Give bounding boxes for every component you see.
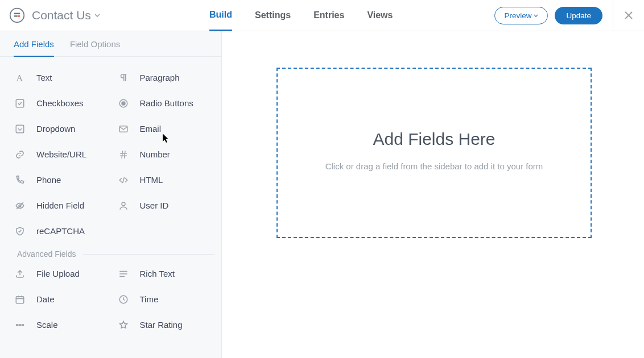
calendar-icon [14,293,26,306]
field-type-dropdown[interactable]: Dropdown [14,116,112,141]
field-label: Hidden Field [36,201,84,210]
field-type-recaptcha[interactable]: reCAPTCHA [14,218,112,244]
sidebar: Add Fields Field Options A Text Paragrap… [0,31,222,358]
eye-off-icon [14,199,26,212]
field-label: Text [36,73,52,82]
field-type-number[interactable]: Number [117,141,215,167]
star-icon [117,319,130,331]
svg-point-16 [22,324,23,325]
tab-views[interactable]: Views [367,0,393,31]
dropzone[interactable]: Add Fields Here Click or drag a field fr… [276,68,592,238]
field-label: Date [36,294,55,304]
svg-rect-8 [16,125,24,133]
button-label: Update [566,11,591,20]
close-button[interactable] [613,1,644,30]
app-body: Add Fields Field Options A Text Paragrap… [0,31,644,358]
field-type-html[interactable]: HTML [117,167,215,193]
sidebar-tab-field-options[interactable]: Field Options [70,39,120,56]
form-title: Contact Us [32,9,91,22]
field-label: HTML [140,175,163,185]
divider [83,254,214,255]
svg-rect-1 [14,13,20,14]
phone-icon [14,174,26,186]
field-label: Dropdown [36,124,75,134]
app-logo-icon [9,7,25,23]
field-type-phone[interactable]: Phone [14,167,112,193]
field-type-url[interactable]: Website/URL [14,141,112,167]
field-type-star-rating[interactable]: Star Rating [117,312,215,338]
chevron-down-icon [94,14,100,17]
email-icon [117,123,130,135]
upload-icon [14,268,26,280]
form-title-dropdown[interactable]: Contact Us [32,9,100,22]
form-canvas: Add Fields Here Click or drag a field fr… [222,31,644,358]
field-label: Email [140,124,162,134]
field-label: Website/URL [36,149,86,159]
svg-text:A: A [16,72,23,83]
clock-icon [117,293,130,306]
close-icon [625,11,633,19]
field-label: Paragraph [140,73,180,82]
main-tabs: Build Settings Entries Views [209,0,393,31]
chevron-down-icon [534,14,538,17]
field-type-paragraph[interactable]: Paragraph [117,65,215,90]
field-type-email[interactable]: Email [117,116,215,141]
svg-point-15 [19,324,20,325]
field-label: File Upload [36,269,80,278]
field-type-radio[interactable]: Radio Buttons [117,90,215,116]
sidebar-tabs: Add Fields Field Options [0,31,221,57]
field-label: Number [140,149,170,159]
field-type-hidden[interactable]: Hidden Field [14,193,112,218]
tab-build[interactable]: Build [209,0,232,31]
field-type-checkboxes[interactable]: Checkboxes [14,90,112,116]
field-type-scale[interactable]: Scale [14,312,112,338]
update-button[interactable]: Update [555,7,602,24]
rich-text-icon [117,268,130,280]
svg-rect-12 [16,296,24,303]
field-list: A Text Paragraph Checkboxes [0,57,221,338]
checkbox-icon [14,97,26,110]
tab-settings[interactable]: Settings [255,0,291,31]
code-icon [117,174,130,186]
dropzone-hint: Click or drag a field from the sidebar t… [325,161,543,171]
paragraph-icon [117,72,130,84]
scale-icon [14,319,26,331]
field-label: Time [140,294,159,304]
shield-check-icon [14,225,26,238]
header-actions: Preview Update [494,0,644,31]
svg-rect-3 [18,15,20,16]
svg-point-7 [122,102,125,105]
button-label: Preview [504,11,531,20]
link-icon [14,148,26,161]
field-label: Rich Text [140,269,175,278]
hash-icon [117,148,130,161]
radio-icon [117,97,130,110]
field-label: Radio Buttons [140,98,193,108]
app-header: Contact Us Build Settings Entries Views … [0,0,644,31]
svg-point-11 [122,202,125,206]
svg-point-0 [10,9,24,23]
svg-rect-2 [14,15,18,16]
dropdown-icon [14,123,26,135]
field-label: User ID [140,201,169,210]
dropzone-heading: Add Fields Here [373,130,495,149]
field-type-file-upload[interactable]: File Upload [14,261,112,286]
field-type-rich-text[interactable]: Rich Text [117,261,215,286]
text-icon: A [14,72,26,84]
field-type-text[interactable]: A Text [14,65,112,90]
sidebar-tab-add-fields[interactable]: Add Fields [14,39,54,57]
field-type-userid[interactable]: User ID [117,193,215,218]
tab-entries[interactable]: Entries [313,0,344,31]
field-label: Scale [36,320,58,330]
user-icon [117,199,130,212]
field-type-time[interactable]: Time [117,286,215,312]
svg-rect-5 [16,99,24,107]
field-label: Star Rating [140,320,183,330]
section-advanced-fields: Advanced Fields [14,249,214,259]
preview-button[interactable]: Preview [494,7,548,24]
section-label: Advanced Fields [14,249,76,259]
field-type-date[interactable]: Date [14,286,112,312]
field-label: Phone [36,175,61,185]
field-label: Checkboxes [36,98,84,108]
field-label: reCAPTCHA [36,226,85,236]
